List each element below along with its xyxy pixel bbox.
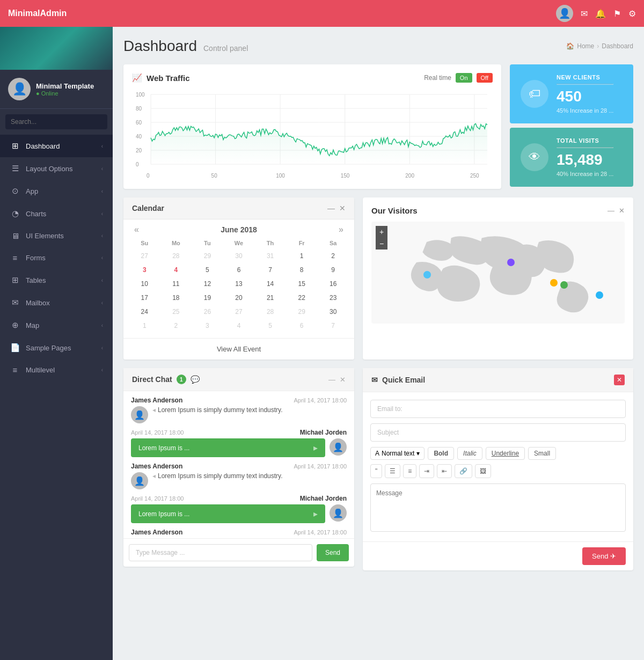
- quote-btn[interactable]: ": [370, 464, 382, 478]
- calendar-minimize[interactable]: —: [327, 204, 335, 212]
- sidebar-item-forms[interactable]: ≡Forms ‹: [0, 247, 113, 269]
- chat-close[interactable]: ✕: [340, 376, 346, 384]
- list-btn[interactable]: ☰: [385, 464, 400, 478]
- email-send-button[interactable]: Send ✈: [582, 547, 626, 565]
- small-button[interactable]: Small: [528, 447, 556, 460]
- calendar-day[interactable]: 7: [254, 263, 286, 277]
- calendar-day[interactable]: 14: [254, 277, 286, 291]
- link-btn[interactable]: 🔗: [455, 464, 472, 478]
- calendar-day[interactable]: 1: [129, 319, 160, 333]
- calendar-day[interactable]: 5: [254, 319, 286, 333]
- sidebar-item-tables[interactable]: ⊞Tables ‹: [0, 269, 113, 291]
- calendar-day[interactable]: 24: [129, 305, 160, 319]
- new-clients-value: 450: [557, 88, 613, 105]
- calendar-day[interactable]: 10: [129, 277, 160, 291]
- italic-button[interactable]: Italic: [457, 447, 482, 460]
- calendar-day[interactable]: 29: [286, 305, 318, 319]
- calendar-day[interactable]: 8: [286, 263, 318, 277]
- visitors-close[interactable]: ✕: [619, 207, 625, 215]
- calendar-day[interactable]: 6: [223, 263, 255, 277]
- chat-message-input[interactable]: [129, 544, 312, 561]
- calendar-day[interactable]: 30: [223, 249, 255, 263]
- email-subject-input[interactable]: [370, 423, 626, 442]
- sidebar-item-dashboard[interactable]: ⊞Dashboard ‹: [0, 135, 113, 157]
- calendar-close[interactable]: ✕: [339, 204, 346, 212]
- visitors-title: Our Visitors: [371, 206, 418, 215]
- ui-icon: 🖥: [10, 231, 20, 240]
- email-to-input[interactable]: [370, 400, 626, 418]
- cal-prev[interactable]: «: [134, 225, 139, 234]
- indent-btn[interactable]: ⇥: [419, 464, 434, 478]
- format-select[interactable]: A Normal text ▾: [370, 447, 425, 460]
- sidebar-item-ui[interactable]: 🖥UI Elements ‹: [0, 225, 113, 247]
- calendar-day[interactable]: 30: [317, 305, 349, 319]
- breadcrumb-home[interactable]: Home: [577, 42, 594, 50]
- outdent-btn[interactable]: ⇤: [437, 464, 452, 478]
- calendar-day[interactable]: 2: [160, 319, 192, 333]
- calendar-day[interactable]: 29: [192, 249, 223, 263]
- calendar-day[interactable]: 6: [286, 319, 318, 333]
- calendar-day[interactable]: 28: [254, 305, 286, 319]
- sidebar-item-charts[interactable]: ◔Charts ‹: [0, 202, 113, 225]
- list2-btn[interactable]: ≡: [403, 464, 416, 478]
- forms-icon: ≡: [10, 253, 20, 262]
- bold-button[interactable]: Bold: [428, 447, 454, 460]
- calendar-day[interactable]: 4: [160, 263, 192, 277]
- calendar-day[interactable]: 15: [286, 277, 318, 291]
- calendar-day[interactable]: 13: [223, 277, 255, 291]
- calendar-day[interactable]: 31: [254, 249, 286, 263]
- chevron-icon: ‹: [101, 367, 103, 373]
- calendar-day[interactable]: 2: [317, 249, 349, 263]
- calendar-day[interactable]: 12: [192, 277, 223, 291]
- calendar-day[interactable]: 21: [254, 291, 286, 305]
- calendar-day[interactable]: 1: [286, 249, 318, 263]
- sample-icon: 📄: [10, 343, 20, 353]
- calendar-day[interactable]: 27: [223, 305, 255, 319]
- sidebar-item-multilevel[interactable]: ≡Multilevel ‹: [0, 359, 113, 381]
- calendar-day[interactable]: 18: [160, 291, 192, 305]
- visitors-minimize[interactable]: —: [608, 207, 614, 215]
- calendar-day[interactable]: 5: [192, 263, 223, 277]
- view-all-event-btn[interactable]: View All Event: [123, 338, 354, 360]
- calendar-day[interactable]: 16: [317, 277, 349, 291]
- calendar-day[interactable]: 19: [192, 291, 223, 305]
- realtime-on-btn[interactable]: On: [456, 73, 472, 83]
- calendar-day[interactable]: 4: [223, 319, 255, 333]
- calendar-day[interactable]: 25: [160, 305, 192, 319]
- map-zoom-in[interactable]: +: [376, 226, 387, 238]
- chat-minimize[interactable]: —: [328, 376, 335, 384]
- calendar-day[interactable]: 7: [317, 319, 349, 333]
- calendar-day[interactable]: 27: [129, 249, 160, 263]
- calendar-day[interactable]: 9: [317, 263, 349, 277]
- sidebar-item-layout[interactable]: ☰Layout Options ‹: [0, 157, 113, 180]
- calendar-day[interactable]: 22: [286, 291, 318, 305]
- flag-icon[interactable]: ⚑: [613, 9, 621, 19]
- user-avatar-top[interactable]: 👤: [556, 5, 573, 22]
- calendar-day[interactable]: 20: [223, 291, 255, 305]
- email-message-input[interactable]: [370, 483, 626, 532]
- underline-button[interactable]: Underline: [486, 447, 525, 460]
- sidebar-item-sample[interactable]: 📄Sample Pages ‹: [0, 336, 113, 359]
- calendar-day[interactable]: 26: [192, 305, 223, 319]
- map-zoom-out[interactable]: −: [376, 238, 387, 250]
- email-close-button[interactable]: ✕: [614, 375, 625, 385]
- sidebar-item-app[interactable]: ⊙App ‹: [0, 180, 113, 202]
- search-input[interactable]: [5, 114, 107, 129]
- calendar-day[interactable]: 23: [317, 291, 349, 305]
- email-icon[interactable]: ✉: [581, 9, 588, 19]
- chat-send-button[interactable]: Send: [317, 544, 349, 561]
- calendar-day[interactable]: 11: [160, 277, 192, 291]
- cal-next[interactable]: »: [339, 225, 343, 234]
- settings-icon[interactable]: ⚙: [628, 9, 636, 19]
- realtime-off-btn[interactable]: Off: [477, 73, 493, 83]
- sidebar-item-mailbox[interactable]: ✉Mailbox ‹: [0, 291, 113, 314]
- sidebar-item-map[interactable]: ⊕Map ‹: [0, 314, 113, 336]
- calendar-day[interactable]: 3: [192, 319, 223, 333]
- chevron-icon: ‹: [101, 166, 103, 172]
- calendar-day[interactable]: 17: [129, 291, 160, 305]
- email-body: A Normal text ▾ Bold Italic Underline Sm…: [363, 392, 633, 541]
- calendar-day[interactable]: 3: [129, 263, 160, 277]
- calendar-day[interactable]: 28: [160, 249, 192, 263]
- notification-icon[interactable]: 🔔: [595, 9, 606, 19]
- image-btn[interactable]: 🖼: [475, 464, 491, 478]
